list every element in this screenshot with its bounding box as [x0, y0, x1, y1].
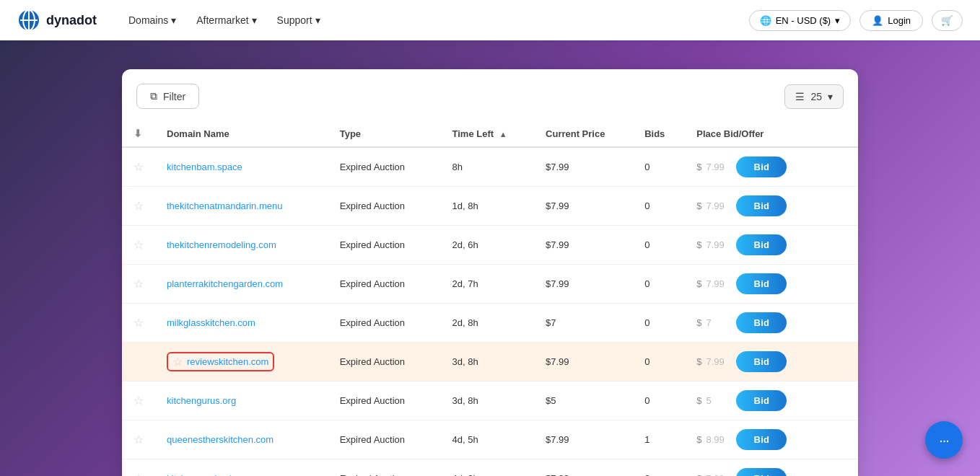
- domain-link[interactable]: planterrakitchengarden.com: [167, 278, 283, 289]
- list-icon: ☰: [795, 91, 805, 102]
- current-price-cell: $7.99: [534, 187, 633, 226]
- logo[interactable]: dynadot: [17, 9, 97, 32]
- domain-cell: planterrakitchengarden.com: [155, 265, 328, 304]
- domain-link[interactable]: reviewskitchen.com: [187, 356, 268, 367]
- domain-link[interactable]: milkglasskitchen.com: [167, 317, 255, 328]
- language-selector[interactable]: 🌐 EN - USD ($) ▾: [749, 10, 852, 31]
- place-bid-cell: $7Bid: [685, 304, 858, 343]
- place-bid-cell: $5Bid: [685, 382, 858, 420]
- time-left-cell: 8h: [441, 147, 535, 187]
- star-icon[interactable]: ☆: [134, 200, 144, 212]
- table-row: ☆milkglasskitchen.comExpired Auction2d, …: [122, 304, 858, 343]
- time-left-cell: 3d, 8h: [441, 382, 535, 420]
- bid-button[interactable]: Bid: [736, 390, 787, 411]
- nav-support[interactable]: Support ▾: [268, 9, 329, 32]
- table-row: ☆kitchenbam.spaceExpired Auction8h$7.990…: [122, 147, 858, 187]
- navbar: dynadot Domains ▾ Aftermarket ▾ Support …: [0, 0, 980, 40]
- chevron-down-icon: ▾: [252, 14, 257, 26]
- bids-cell: 0: [633, 382, 685, 420]
- login-button[interactable]: 👤 Login: [859, 10, 923, 31]
- time-left-cell: 2d, 7h: [441, 265, 535, 304]
- domain-cell: milkglasskitchen.com: [155, 304, 328, 343]
- star-icon[interactable]: ☆: [134, 317, 144, 329]
- bids-cell: 0: [633, 459, 685, 477]
- domain-link[interactable]: thekitchenremodeling.com: [167, 239, 276, 250]
- domain-link[interactable]: kitchenbam.space: [167, 162, 242, 172]
- table-row: ☆queenestherskitchen.comExpired Auction4…: [122, 420, 858, 459]
- star-icon[interactable]: ☆: [172, 355, 183, 369]
- place-bid-cell: $7.99Bid: [685, 226, 858, 265]
- bid-input-value[interactable]: 7.99: [706, 356, 732, 367]
- bid-button[interactable]: Bid: [736, 351, 787, 372]
- bid-button[interactable]: Bid: [736, 429, 787, 450]
- table-row: ☆thekitchenremodeling.comExpired Auction…: [122, 226, 858, 265]
- bid-button[interactable]: Bid: [736, 234, 787, 255]
- col-star: ⬇: [122, 120, 155, 147]
- star-icon[interactable]: ☆: [134, 433, 144, 446]
- place-bid-cell: $7.99Bid: [685, 459, 858, 477]
- bid-input-wrap: $7.99Bid: [696, 195, 846, 216]
- bid-input-value[interactable]: 5: [706, 395, 732, 406]
- bid-button[interactable]: Bid: [736, 195, 787, 216]
- nav-domains[interactable]: Domains ▾: [120, 9, 185, 32]
- bid-input-value[interactable]: 7.99: [706, 162, 732, 172]
- bids-cell: 0: [633, 226, 685, 265]
- type-cell: Expired Auction: [328, 265, 441, 304]
- dollar-sign: $: [696, 434, 701, 445]
- star-icon[interactable]: ☆: [134, 472, 144, 476]
- star-cell: ☆: [122, 459, 155, 477]
- table-row: ☆planterrakitchengarden.comExpired Aucti…: [122, 265, 858, 304]
- nav-aftermarket[interactable]: Aftermarket ▾: [188, 9, 265, 32]
- domain-link[interactable]: kitchenmagicmix.com: [167, 473, 256, 476]
- bid-button[interactable]: Bid: [736, 157, 787, 177]
- bid-input-value[interactable]: 7.99: [706, 200, 732, 211]
- domain-link[interactable]: thekitchenatmandarin.menu: [167, 200, 282, 211]
- bid-input-value[interactable]: 7.99: [706, 239, 732, 250]
- bid-button[interactable]: Bid: [736, 468, 787, 476]
- type-cell: Expired Auction: [328, 187, 441, 226]
- filter-button[interactable]: ⧉ Filter: [136, 84, 199, 109]
- time-left-cell: 1d, 8h: [441, 187, 535, 226]
- chat-bubble[interactable]: ···: [925, 421, 963, 459]
- bid-input-value[interactable]: 8.99: [706, 434, 732, 445]
- star-icon[interactable]: ☆: [134, 278, 144, 290]
- col-current-price: Current Price: [534, 120, 633, 147]
- bid-input-value[interactable]: 7: [706, 317, 732, 328]
- domain-link[interactable]: queenestherskitchen.com: [167, 434, 274, 445]
- col-domain: Domain Name: [155, 120, 328, 147]
- bid-input-value[interactable]: 7.99: [706, 278, 732, 289]
- sort-arrow-icon: ▲: [499, 130, 507, 138]
- star-icon[interactable]: ☆: [134, 239, 144, 251]
- bid-input-wrap: $7.99Bid: [696, 273, 846, 294]
- bid-button[interactable]: Bid: [736, 273, 787, 294]
- globe-icon: 🌐: [760, 15, 771, 26]
- type-cell: Expired Auction: [328, 147, 441, 187]
- star-icon[interactable]: ☆: [134, 161, 144, 173]
- domain-cell: kitchenmagicmix.com: [155, 459, 328, 477]
- col-time-left[interactable]: Time Left ▲: [441, 120, 535, 147]
- bid-input-wrap: $7.99Bid: [696, 351, 846, 372]
- nav-right: 🌐 EN - USD ($) ▾ 👤 Login 🛒: [749, 10, 963, 31]
- bid-input-value[interactable]: 7.99: [706, 473, 732, 476]
- current-price-cell: $7: [534, 304, 633, 343]
- star-cell: ☆: [122, 147, 155, 187]
- table-row: ☆kitchenmagicmix.comExpired Auction4d, 8…: [122, 459, 858, 477]
- nav-links: Domains ▾ Aftermarket ▾ Support ▾: [120, 9, 726, 32]
- domain-cell: kitchenbam.space: [155, 147, 328, 187]
- place-bid-cell: $7.99Bid: [685, 147, 858, 187]
- star-icon[interactable]: ☆: [134, 395, 144, 407]
- table-row: ☆reviewskitchen.comExpired Auction3d, 8h…: [122, 343, 858, 382]
- bid-button[interactable]: Bid: [736, 312, 787, 333]
- per-page-button[interactable]: ☰ 25 ▾: [784, 84, 844, 109]
- star-cell: [122, 343, 155, 382]
- filter-icon: ⧉: [150, 90, 157, 102]
- bids-cell: 0: [633, 187, 685, 226]
- cart-button[interactable]: 🛒: [932, 10, 963, 31]
- domain-cell: queenestherskitchen.com: [155, 420, 328, 459]
- bid-input-wrap: $7Bid: [696, 312, 846, 333]
- bid-input-wrap: $5Bid: [696, 390, 846, 411]
- user-icon: 👤: [872, 15, 883, 26]
- table-header-row: ⬇ Domain Name Type Time Left ▲: [122, 120, 858, 147]
- domain-link[interactable]: kitchengurus.org: [167, 395, 236, 406]
- time-left-cell: 4d, 8h: [441, 459, 535, 477]
